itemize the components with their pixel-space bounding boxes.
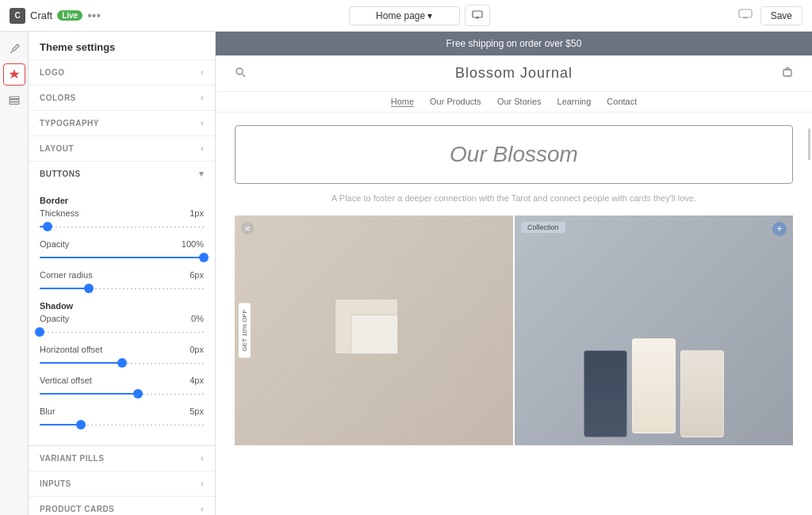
typography-chevron: ‹ xyxy=(201,119,204,128)
layout-section: LAYOUT ‹ xyxy=(29,136,215,162)
svg-line-10 xyxy=(243,74,246,78)
img1-decoration xyxy=(235,216,513,445)
page-selector[interactable]: Home page ▾ xyxy=(349,6,460,25)
nav-contact[interactable]: Contact xyxy=(607,97,637,107)
svg-rect-8 xyxy=(10,102,19,105)
horizontal-offset-label: Horizontal offset xyxy=(40,345,102,354)
tarot-card-1 xyxy=(584,350,627,437)
sidebar-icon-brush[interactable] xyxy=(3,38,25,60)
product-cards-header[interactable]: PRODUCT CARDS ‹ xyxy=(29,497,215,515)
collection-badge: Collection xyxy=(521,222,565,233)
corner-radius-label: Corner radius xyxy=(40,270,93,280)
tarot-card-2 xyxy=(632,338,676,433)
plus-circle-button[interactable]: + xyxy=(772,222,787,236)
buttons-panel-header[interactable]: BUTTONS ▾ xyxy=(29,162,215,186)
colors-section-header[interactable]: COLORS ‹ xyxy=(29,86,215,110)
tarot-card-3 xyxy=(680,350,724,437)
blur-value: 5px xyxy=(190,406,204,416)
top-bar: C Craft Live ••• Home page ▾ Save xyxy=(0,0,812,32)
get-off-badge: GET 10% OFF xyxy=(239,303,251,358)
main-layout: Theme settings LOGO ‹ COLORS ‹ TYPOGRAPH… xyxy=(0,32,812,515)
buttons-panel-content: Border Thickness 1px Op xyxy=(29,186,215,445)
nav-our-stories[interactable]: Our Stories xyxy=(497,97,542,107)
site-nav: Home Our Products Our Stories Learning C… xyxy=(216,92,812,113)
horizontal-offset-control: Horizontal offset 0px xyxy=(40,345,204,369)
blur-label: Blur xyxy=(40,406,56,416)
thickness-slider[interactable] xyxy=(40,220,204,233)
vertical-offset-slider[interactable] xyxy=(40,387,204,400)
typography-label: TYPOGRAPHY xyxy=(40,119,99,128)
buttons-label: BUTTONS xyxy=(40,170,81,178)
typography-section: TYPOGRAPHY ‹ xyxy=(29,111,215,136)
top-bar-left: C Craft Live ••• xyxy=(10,8,101,24)
top-bar-center: Home page ▾ xyxy=(107,5,732,26)
blur-slider[interactable] xyxy=(40,418,204,431)
monitor-icon xyxy=(738,9,753,23)
colors-chevron: ‹ xyxy=(201,93,204,102)
svg-rect-6 xyxy=(10,97,19,99)
box-stack xyxy=(327,291,422,370)
thickness-control: Thickness 1px xyxy=(40,208,204,233)
shadow-opacity-slider[interactable] xyxy=(40,326,204,338)
variant-pills-chevron: ‹ xyxy=(201,454,204,463)
logo-label: LOGO xyxy=(40,68,64,77)
layout-label: LAYOUT xyxy=(40,144,74,153)
product-cards-label: PRODUCT CARDS xyxy=(40,505,114,513)
svg-rect-11 xyxy=(783,70,791,76)
hero-section: Our Blossom A Place to foster a deeper c… xyxy=(216,113,812,216)
horizontal-offset-slider[interactable] xyxy=(40,357,204,369)
tarot-cards-display xyxy=(515,216,793,445)
variant-pills-section: VARIANT PILLS ‹ xyxy=(29,446,215,471)
inputs-chevron: ‹ xyxy=(201,479,204,488)
sidebar-icon-layers[interactable] xyxy=(3,89,25,111)
corner-radius-value: 6px xyxy=(190,270,204,280)
horizontal-offset-value: 0px xyxy=(190,345,204,354)
border-opacity-slider[interactable] xyxy=(40,251,204,264)
site-header: Blossom Journal xyxy=(216,55,812,92)
inputs-section: INPUTS ‹ xyxy=(29,471,215,497)
save-button[interactable]: Save xyxy=(760,6,802,25)
vertical-offset-control: Vertical offset 4px xyxy=(40,376,204,400)
product-cards-section: PRODUCT CARDS ‹ xyxy=(29,497,215,515)
layout-section-header[interactable]: LAYOUT ‹ xyxy=(29,136,215,161)
typography-section-header[interactable]: TYPOGRAPHY ‹ xyxy=(29,111,215,135)
site-cart-icon[interactable] xyxy=(782,67,793,80)
inputs-header[interactable]: INPUTS ‹ xyxy=(29,471,215,496)
nav-learning[interactable]: Learning xyxy=(557,97,592,107)
buttons-panel: BUTTONS ▾ Border Thickness 1px xyxy=(29,162,215,446)
app-title: Craft xyxy=(30,10,52,21)
sidebar-icon-theme[interactable] xyxy=(3,63,25,86)
hero-box: Our Blossom xyxy=(235,125,793,184)
variant-pills-header[interactable]: VARIANT PILLS ‹ xyxy=(29,446,215,471)
shadow-opacity-label: Opacity xyxy=(40,314,69,323)
more-button[interactable]: ••• xyxy=(87,9,101,23)
preview-frame: Free shipping on order over $50 Blossom … xyxy=(216,32,812,515)
corner-radius-slider[interactable] xyxy=(40,282,204,295)
nav-home[interactable]: Home xyxy=(391,97,414,107)
vertical-offset-value: 4px xyxy=(190,376,204,385)
border-opacity-value: 100% xyxy=(182,239,204,249)
settings-panel: Theme settings LOGO ‹ COLORS ‹ TYPOGRAPH… xyxy=(29,32,216,515)
close-x-button[interactable]: ✕ xyxy=(241,222,254,235)
live-badge: Live xyxy=(57,10,82,21)
svg-rect-0 xyxy=(473,11,482,17)
site-image-2: Collection + xyxy=(515,216,793,445)
corner-radius-control: Corner radius 6px xyxy=(40,270,204,295)
site-search-icon[interactable] xyxy=(235,67,246,80)
site-images: GET 10% OFF ✕ Collection xyxy=(235,216,793,445)
thickness-value: 1px xyxy=(190,208,204,218)
shadow-opacity-value: 0% xyxy=(191,314,204,323)
logo-chevron: ‹ xyxy=(201,68,204,77)
svg-rect-7 xyxy=(10,100,19,102)
inputs-label: INPUTS xyxy=(40,479,71,488)
app-icon: C xyxy=(10,8,25,24)
hero-title: Our Blossom xyxy=(251,142,776,167)
logo-section-header[interactable]: LOGO ‹ xyxy=(29,60,215,85)
viewport-button[interactable] xyxy=(465,5,490,26)
svg-point-9 xyxy=(236,68,243,74)
logo-section: LOGO ‹ xyxy=(29,60,215,86)
variant-pills-label: VARIANT PILLS xyxy=(40,454,104,463)
nav-our-products[interactable]: Our Products xyxy=(430,97,481,107)
border-opacity-label: Opacity xyxy=(40,239,69,249)
preview-scrollbar[interactable] xyxy=(808,128,810,160)
